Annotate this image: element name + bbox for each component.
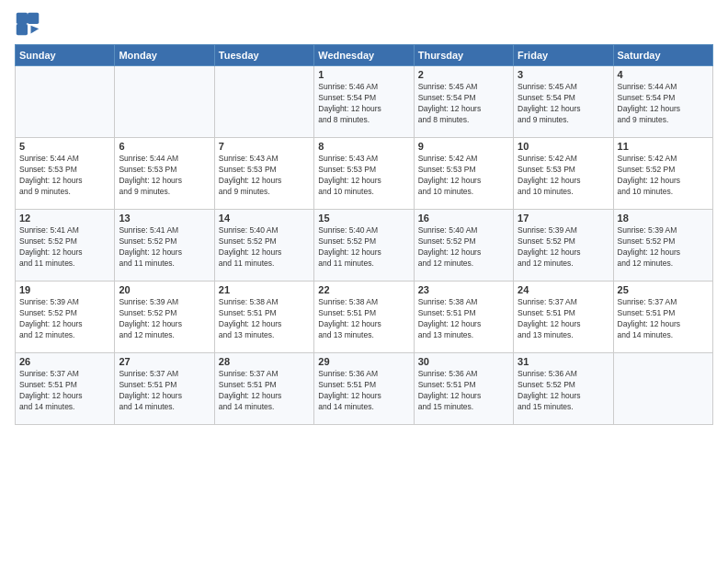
calendar-cell: 10Sunrise: 5:42 AM Sunset: 5:53 PM Dayli… xyxy=(514,138,613,210)
calendar-cell: 4Sunrise: 5:44 AM Sunset: 5:54 PM Daylig… xyxy=(613,66,712,138)
week-row-4: 19Sunrise: 5:39 AM Sunset: 5:52 PM Dayli… xyxy=(16,282,713,353)
weekday-header-thursday: Thursday xyxy=(414,45,513,66)
calendar-cell: 14Sunrise: 5:40 AM Sunset: 5:52 PM Dayli… xyxy=(214,210,313,282)
day-info: Sunrise: 5:37 AM Sunset: 5:51 PM Dayligh… xyxy=(518,297,609,341)
logo xyxy=(15,11,44,37)
calendar-cell xyxy=(214,66,313,138)
day-number: 18 xyxy=(618,213,709,224)
day-number: 21 xyxy=(219,284,310,295)
weekday-header-saturday: Saturday xyxy=(613,45,712,66)
day-info: Sunrise: 5:42 AM Sunset: 5:53 PM Dayligh… xyxy=(418,154,509,198)
day-number: 27 xyxy=(119,356,210,367)
svg-rect-0 xyxy=(17,13,28,24)
day-number: 15 xyxy=(318,213,409,224)
day-number: 5 xyxy=(19,141,110,152)
day-number: 28 xyxy=(219,356,310,367)
day-info: Sunrise: 5:38 AM Sunset: 5:51 PM Dayligh… xyxy=(219,297,310,341)
day-number: 4 xyxy=(618,69,709,80)
day-info: Sunrise: 5:39 AM Sunset: 5:52 PM Dayligh… xyxy=(618,225,709,270)
week-row-5: 26Sunrise: 5:37 AM Sunset: 5:51 PM Dayli… xyxy=(16,353,713,425)
calendar-cell: 5Sunrise: 5:44 AM Sunset: 5:53 PM Daylig… xyxy=(16,138,115,210)
day-number: 14 xyxy=(219,213,310,224)
day-info: Sunrise: 5:36 AM Sunset: 5:52 PM Dayligh… xyxy=(518,369,609,413)
calendar-cell: 7Sunrise: 5:43 AM Sunset: 5:53 PM Daylig… xyxy=(214,138,313,210)
logo-icon xyxy=(15,11,40,37)
calendar-cell: 27Sunrise: 5:37 AM Sunset: 5:51 PM Dayli… xyxy=(115,353,214,425)
day-number: 8 xyxy=(318,141,409,152)
day-info: Sunrise: 5:44 AM Sunset: 5:54 PM Dayligh… xyxy=(618,82,709,126)
day-info: Sunrise: 5:40 AM Sunset: 5:52 PM Dayligh… xyxy=(219,225,310,270)
weekday-header-row: SundayMondayTuesdayWednesdayThursdayFrid… xyxy=(16,45,713,66)
day-info: Sunrise: 5:39 AM Sunset: 5:52 PM Dayligh… xyxy=(119,297,210,341)
day-info: Sunrise: 5:38 AM Sunset: 5:51 PM Dayligh… xyxy=(318,297,409,341)
calendar-cell: 19Sunrise: 5:39 AM Sunset: 5:52 PM Dayli… xyxy=(16,282,115,353)
day-number: 16 xyxy=(418,213,509,224)
day-number: 6 xyxy=(119,141,210,152)
day-info: Sunrise: 5:39 AM Sunset: 5:52 PM Dayligh… xyxy=(19,297,110,341)
calendar-cell: 12Sunrise: 5:41 AM Sunset: 5:52 PM Dayli… xyxy=(16,210,115,282)
calendar-cell: 15Sunrise: 5:40 AM Sunset: 5:52 PM Dayli… xyxy=(314,210,414,282)
calendar-cell: 29Sunrise: 5:36 AM Sunset: 5:51 PM Dayli… xyxy=(314,353,414,425)
calendar-cell: 9Sunrise: 5:42 AM Sunset: 5:53 PM Daylig… xyxy=(414,138,513,210)
calendar-table: SundayMondayTuesdayWednesdayThursdayFrid… xyxy=(15,44,713,425)
calendar-cell: 28Sunrise: 5:37 AM Sunset: 5:51 PM Dayli… xyxy=(214,353,313,425)
calendar-cell: 11Sunrise: 5:42 AM Sunset: 5:52 PM Dayli… xyxy=(613,138,712,210)
calendar-cell: 17Sunrise: 5:39 AM Sunset: 5:52 PM Dayli… xyxy=(514,210,613,282)
calendar-cell: 13Sunrise: 5:41 AM Sunset: 5:52 PM Dayli… xyxy=(115,210,214,282)
day-info: Sunrise: 5:41 AM Sunset: 5:52 PM Dayligh… xyxy=(19,225,110,270)
calendar-cell: 26Sunrise: 5:37 AM Sunset: 5:51 PM Dayli… xyxy=(16,353,115,425)
week-row-1: 1Sunrise: 5:46 AM Sunset: 5:54 PM Daylig… xyxy=(16,66,713,138)
day-number: 1 xyxy=(318,69,409,80)
day-info: Sunrise: 5:41 AM Sunset: 5:52 PM Dayligh… xyxy=(119,225,210,270)
day-info: Sunrise: 5:40 AM Sunset: 5:52 PM Dayligh… xyxy=(318,225,409,270)
calendar-cell: 6Sunrise: 5:44 AM Sunset: 5:53 PM Daylig… xyxy=(115,138,214,210)
day-info: Sunrise: 5:37 AM Sunset: 5:51 PM Dayligh… xyxy=(219,369,310,413)
calendar-cell: 3Sunrise: 5:45 AM Sunset: 5:54 PM Daylig… xyxy=(514,66,613,138)
calendar-cell: 18Sunrise: 5:39 AM Sunset: 5:52 PM Dayli… xyxy=(613,210,712,282)
day-number: 7 xyxy=(219,141,310,152)
day-number: 29 xyxy=(318,356,409,367)
day-number: 17 xyxy=(518,213,609,224)
weekday-header-monday: Monday xyxy=(115,45,214,66)
day-number: 22 xyxy=(318,284,409,295)
day-number: 2 xyxy=(418,69,509,80)
day-info: Sunrise: 5:46 AM Sunset: 5:54 PM Dayligh… xyxy=(318,82,409,126)
svg-rect-1 xyxy=(28,13,39,24)
calendar-cell xyxy=(613,353,712,425)
calendar-cell: 22Sunrise: 5:38 AM Sunset: 5:51 PM Dayli… xyxy=(314,282,414,353)
calendar-cell: 31Sunrise: 5:36 AM Sunset: 5:52 PM Dayli… xyxy=(514,353,613,425)
day-number: 31 xyxy=(518,356,609,367)
svg-marker-3 xyxy=(31,26,40,34)
svg-rect-2 xyxy=(17,24,28,35)
weekday-header-wednesday: Wednesday xyxy=(314,45,414,66)
calendar-cell: 8Sunrise: 5:43 AM Sunset: 5:53 PM Daylig… xyxy=(314,138,414,210)
calendar-cell: 2Sunrise: 5:45 AM Sunset: 5:54 PM Daylig… xyxy=(414,66,513,138)
day-number: 20 xyxy=(119,284,210,295)
calendar-cell: 30Sunrise: 5:36 AM Sunset: 5:51 PM Dayli… xyxy=(414,353,513,425)
day-number: 9 xyxy=(418,141,509,152)
day-info: Sunrise: 5:37 AM Sunset: 5:51 PM Dayligh… xyxy=(19,369,110,413)
day-number: 10 xyxy=(518,141,609,152)
page-header xyxy=(15,11,713,37)
calendar-cell: 21Sunrise: 5:38 AM Sunset: 5:51 PM Dayli… xyxy=(214,282,313,353)
day-number: 23 xyxy=(418,284,509,295)
week-row-2: 5Sunrise: 5:44 AM Sunset: 5:53 PM Daylig… xyxy=(16,138,713,210)
day-number: 25 xyxy=(618,284,709,295)
calendar-cell xyxy=(16,66,115,138)
day-info: Sunrise: 5:45 AM Sunset: 5:54 PM Dayligh… xyxy=(518,82,609,126)
weekday-header-friday: Friday xyxy=(514,45,613,66)
calendar-cell: 16Sunrise: 5:40 AM Sunset: 5:52 PM Dayli… xyxy=(414,210,513,282)
calendar-cell xyxy=(115,66,214,138)
day-info: Sunrise: 5:44 AM Sunset: 5:53 PM Dayligh… xyxy=(19,154,110,198)
day-info: Sunrise: 5:36 AM Sunset: 5:51 PM Dayligh… xyxy=(418,369,509,413)
day-info: Sunrise: 5:43 AM Sunset: 5:53 PM Dayligh… xyxy=(318,154,409,198)
calendar-cell: 1Sunrise: 5:46 AM Sunset: 5:54 PM Daylig… xyxy=(314,66,414,138)
day-number: 26 xyxy=(19,356,110,367)
day-info: Sunrise: 5:43 AM Sunset: 5:53 PM Dayligh… xyxy=(219,154,310,198)
day-info: Sunrise: 5:37 AM Sunset: 5:51 PM Dayligh… xyxy=(618,297,709,341)
day-info: Sunrise: 5:42 AM Sunset: 5:53 PM Dayligh… xyxy=(518,154,609,198)
day-info: Sunrise: 5:42 AM Sunset: 5:52 PM Dayligh… xyxy=(618,154,709,198)
weekday-header-sunday: Sunday xyxy=(16,45,115,66)
day-number: 19 xyxy=(19,284,110,295)
day-info: Sunrise: 5:39 AM Sunset: 5:52 PM Dayligh… xyxy=(518,225,609,270)
